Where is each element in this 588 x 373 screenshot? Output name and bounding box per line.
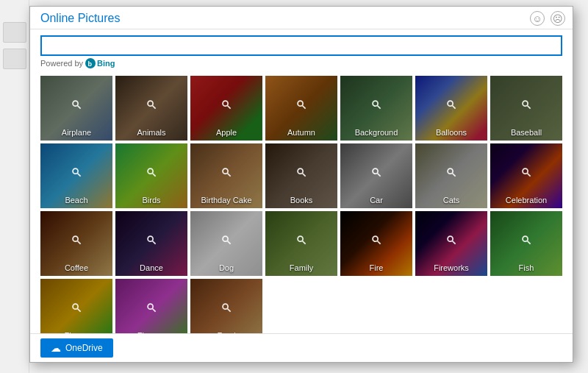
grid-item-search-icon-fire [371,235,381,247]
svg-point-8 [298,101,303,106]
svg-point-44 [73,304,78,309]
grid-item-apple[interactable]: Apple [190,76,262,141]
titlebar-icons: ☺ ☹ [530,11,565,26]
grid-item-car[interactable]: Car [340,143,412,208]
svg-point-20 [223,168,228,174]
svg-point-32 [148,236,153,241]
grid-item-label-fire: Fire [340,262,412,276]
grid-item-books[interactable]: Books [265,143,337,208]
svg-line-49 [227,309,230,312]
image-grid-container[interactable]: Airplane Animals Apple Autumn Background… [30,73,573,333]
grid-item-fish[interactable]: Fish [490,211,562,276]
svg-point-14 [523,101,528,106]
grid-item-search-icon-birds [146,167,157,180]
grid-item-search-icon-autumn [296,99,306,112]
grid-item-search-icon-dance [146,235,157,247]
grid-item-birthday-cake[interactable]: Birthday Cake [190,143,262,208]
svg-point-28 [523,168,528,174]
grid-item-birds[interactable]: Birds [115,143,187,208]
svg-point-34 [223,236,228,241]
grid-item-fireworks[interactable]: Fireworks [415,211,487,276]
svg-point-24 [373,168,378,174]
grid-item-label-flowers: Flowers [115,330,187,333]
svg-point-22 [298,168,303,174]
grid-item-search-icon-beach [71,167,82,180]
dialog-title: Online Pictures [40,12,121,25]
grid-item-flowers[interactable]: Flowers [115,279,187,333]
search-input[interactable] [40,35,562,56]
grid-item-cats[interactable]: Cats [415,143,487,208]
grid-item-fire[interactable]: Fire [340,211,412,276]
smiley-icon[interactable]: ☺ [530,11,545,26]
grid-item-background[interactable]: Background [340,76,412,141]
grid-item-label-animals: Animals [115,127,187,141]
grid-item-label-background: Background [340,127,412,141]
powered-by-label: Powered by b Bing [40,56,562,73]
grid-item-celebration[interactable]: Celebration [490,143,562,208]
svg-line-13 [452,106,455,109]
grid-item-label-coffee: Coffee [40,262,112,276]
grid-item-search-icon-books [296,167,306,180]
svg-line-37 [302,241,305,244]
grid-item-search-icon-fish [521,235,531,247]
svg-point-36 [298,236,303,241]
grid-item-search-icon-flowers [146,302,157,315]
grid-item-flower[interactable]: Flower [40,279,112,333]
grid-item-search-icon-airplane [71,99,82,112]
grid-item-label-airplane: Airplane [40,127,112,141]
search-area: Powered by b Bing [30,29,573,73]
grid-item-label-celebration: Celebration [490,194,562,208]
grid-item-label-dog: Dog [190,262,262,276]
svg-line-3 [77,106,80,109]
grid-item-dance[interactable]: Dance [115,211,187,276]
grid-item-beach[interactable]: Beach [40,143,112,208]
grid-item-dog[interactable]: Dog [190,211,262,276]
svg-point-46 [148,304,153,309]
grid-item-label-flower: Flower [40,330,112,333]
svg-point-26 [448,168,453,174]
grid-item-balloons[interactable]: Balloons [415,76,487,141]
svg-point-18 [148,168,153,174]
grid-item-search-icon-car [371,167,381,180]
svg-line-23 [302,174,305,177]
grid-item-family[interactable]: Family [265,211,337,276]
onedrive-icon: ☁ [51,342,61,354]
svg-line-25 [377,174,380,177]
image-grid: Airplane Animals Apple Autumn Background… [40,76,562,333]
svg-line-19 [152,174,155,177]
grid-item-baseball[interactable]: Baseball [490,76,562,141]
grid-item-food[interactable]: Food [190,279,262,333]
grid-item-airplane[interactable]: Airplane [40,76,112,141]
grid-item-search-icon-family [296,235,306,247]
grid-item-label-baseball: Baseball [490,127,562,141]
svg-point-38 [373,236,378,241]
svg-point-30 [73,236,78,241]
left-sidebar [0,0,29,373]
grid-item-search-icon-celebration [521,167,531,180]
grid-item-label-apple: Apple [190,127,262,141]
svg-point-40 [448,236,453,241]
grid-item-search-icon-coffee [71,235,82,247]
grid-item-coffee[interactable]: Coffee [40,211,112,276]
svg-line-11 [377,106,380,109]
svg-point-6 [223,101,228,106]
svg-line-17 [77,174,80,177]
onedrive-button[interactable]: ☁ OneDrive [40,338,113,358]
svg-line-41 [452,241,455,244]
grid-item-search-icon-cats [446,167,456,180]
grid-item-label-cats: Cats [415,194,487,208]
grid-item-label-family: Family [265,262,337,276]
online-pictures-dialog: Online Pictures ☺ ☹ Powered by b Bing Ai… [29,6,573,363]
sidebar-item-1 [3,22,26,43]
grid-item-label-fireworks: Fireworks [415,262,487,276]
grid-item-animals[interactable]: Animals [115,76,187,141]
grid-item-label-autumn: Autumn [265,127,337,141]
svg-point-16 [73,168,78,174]
grid-item-search-icon-balloons [446,99,456,112]
sad-icon[interactable]: ☹ [551,11,565,26]
powered-by-text: Powered by [40,59,83,68]
svg-point-42 [523,236,528,241]
grid-item-search-icon-dog [221,235,232,247]
grid-item-search-icon-birthday-cake [221,167,232,180]
grid-item-autumn[interactable]: Autumn [265,76,337,141]
